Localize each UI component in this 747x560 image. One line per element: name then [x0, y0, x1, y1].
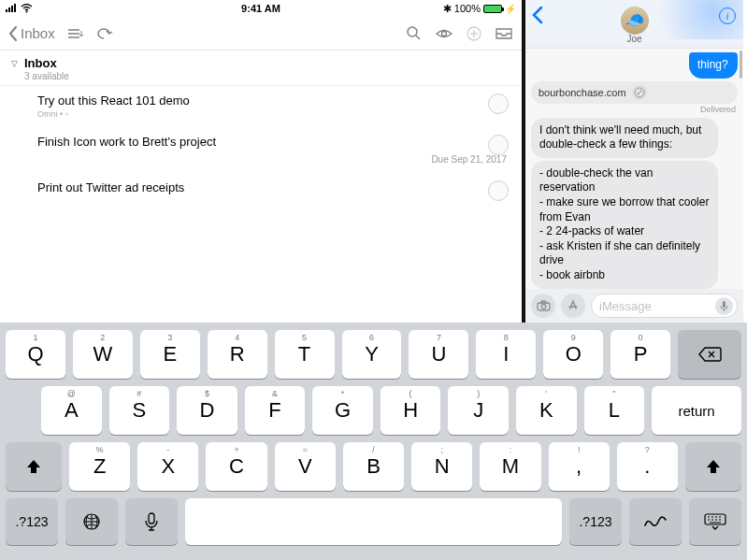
status-right: ✱ 100% ⚡ — [346, 3, 516, 15]
key-n[interactable]: ;N — [411, 442, 472, 491]
key-shift[interactable] — [6, 442, 62, 491]
camera-icon[interactable] — [531, 294, 555, 318]
key-z[interactable]: %Z — [69, 442, 130, 491]
key-backspace[interactable] — [678, 330, 741, 379]
inbox-tray-icon[interactable] — [494, 23, 514, 44]
inbox-section-header[interactable]: ▽ Inbox 3 available — [0, 50, 522, 86]
key-g[interactable]: *G — [312, 386, 373, 435]
key-d[interactable]: $D — [177, 386, 237, 435]
svg-point-6 — [442, 31, 447, 36]
shift-icon — [704, 457, 723, 476]
key-q[interactable]: 1Q — [6, 330, 65, 379]
outgoing-bubble[interactable]: thing? — [689, 52, 738, 79]
key-k[interactable]: 'K — [516, 386, 577, 435]
backspace-icon — [697, 346, 722, 363]
delivered-label: Delivered — [531, 105, 736, 114]
key-s[interactable]: #S — [109, 386, 170, 435]
status-left — [6, 4, 176, 13]
key-w[interactable]: 2W — [73, 330, 133, 379]
messages-header: 🧢 Joe i — [525, 0, 743, 49]
key-x[interactable]: -X — [137, 442, 198, 491]
key-dismiss-keyboard[interactable] — [689, 498, 741, 545]
handwriting-icon — [642, 512, 668, 531]
key-o[interactable]: 9O — [543, 330, 603, 379]
key-comma[interactable]: !, — [549, 442, 610, 491]
key-shift[interactable] — [685, 442, 741, 491]
message-input-bar: iMessage — [525, 289, 743, 323]
key-a[interactable]: @A — [41, 386, 102, 435]
task-checkbox[interactable] — [488, 180, 509, 201]
message-input[interactable]: iMessage — [591, 294, 738, 318]
key-i[interactable]: 8I — [476, 330, 536, 379]
key-h[interactable]: (H — [381, 386, 441, 435]
key-globe[interactable] — [65, 498, 118, 545]
eye-icon[interactable] — [434, 23, 454, 44]
task-item[interactable]: Print out Twitter ad receipts — [0, 173, 522, 203]
search-icon[interactable] — [404, 23, 424, 44]
key-row: %Z -X +C =V /B ;N :M !, ?. — [6, 442, 741, 491]
svg-rect-14 — [149, 513, 154, 524]
key-l[interactable]: "L — [584, 386, 645, 435]
tasks-pane: 9:41 AM ✱ 100% ⚡ Inbox — [0, 0, 525, 323]
back-button[interactable]: Inbox — [7, 25, 55, 42]
key-b[interactable]: /B — [343, 442, 404, 491]
add-icon[interactable] — [464, 23, 484, 44]
key-r[interactable]: 4R — [208, 330, 267, 379]
key-numbers[interactable]: .?123 — [569, 498, 622, 545]
svg-rect-1 — [8, 7, 10, 12]
messages-pane: 🧢 Joe i thing? bourbonchase.com Delivere… — [525, 0, 743, 323]
key-period[interactable]: ?. — [617, 442, 678, 491]
scroll-indicator — [740, 50, 742, 79]
key-dictation[interactable] — [125, 498, 178, 545]
tasks-list: Try out this React 101 demo Omni • ▫ Fin… — [0, 86, 522, 323]
key-p[interactable]: 0P — [611, 330, 670, 379]
key-handwriting[interactable] — [629, 498, 682, 545]
svg-point-4 — [26, 11, 28, 13]
svg-point-5 — [408, 27, 417, 36]
key-space[interactable] — [185, 498, 562, 545]
key-y[interactable]: 6Y — [342, 330, 402, 379]
chevron-left-icon — [7, 25, 19, 42]
tasks-toolbar: Inbox — [0, 17, 522, 50]
task-item[interactable]: Finish Icon work to Brett's project Due … — [0, 127, 522, 173]
safari-icon — [632, 85, 647, 100]
key-j[interactable]: )J — [448, 386, 509, 435]
key-t[interactable]: 5T — [275, 330, 335, 379]
key-e[interactable]: 3E — [140, 330, 200, 379]
svg-rect-0 — [6, 9, 7, 12]
shift-icon — [24, 457, 43, 476]
svg-point-10 — [541, 305, 546, 309]
undo-icon[interactable] — [94, 23, 115, 44]
keyboard: 1Q 2W 3E 4R 5T 6Y 7U 8I 9O 0P @A #S $D &… — [0, 323, 747, 560]
contact-name: Joe — [626, 34, 641, 44]
keyboard-dismiss-icon — [703, 512, 727, 531]
messages-scroll[interactable]: thing? bourbonchase.com Delivered I don'… — [525, 49, 743, 289]
task-item[interactable]: Try out this React 101 demo Omni • ▫ — [0, 86, 522, 127]
task-checkbox[interactable] — [488, 93, 509, 114]
wifi-icon — [21, 4, 33, 13]
appstore-icon[interactable] — [561, 294, 585, 318]
signal-icon — [6, 4, 19, 13]
key-u[interactable]: 7U — [409, 330, 468, 379]
key-m[interactable]: :M — [480, 442, 540, 491]
incoming-bubble[interactable]: - double-check the van reservation - mak… — [531, 161, 718, 289]
key-numbers[interactable]: .?123 — [6, 498, 58, 545]
key-row: .?123 .?123 — [6, 498, 741, 545]
status-bar: 9:41 AM ✱ 100% ⚡ — [0, 0, 522, 17]
key-c[interactable]: +C — [206, 442, 266, 491]
info-icon[interactable]: i — [719, 7, 736, 24]
messages-back-button[interactable] — [531, 6, 544, 24]
dictation-icon[interactable] — [715, 297, 733, 315]
svg-rect-3 — [14, 4, 16, 12]
task-checkbox[interactable] — [488, 135, 509, 155]
key-v[interactable]: =V — [275, 442, 336, 491]
sort-icon[interactable] — [65, 23, 85, 44]
svg-rect-12 — [723, 301, 725, 308]
rich-link-bubble[interactable]: bourbonchase.com — [531, 81, 738, 104]
incoming-bubble[interactable]: I don't think we'll need much, but doubl… — [531, 118, 718, 158]
key-f[interactable]: &F — [245, 386, 306, 435]
key-row: 1Q 2W 3E 4R 5T 6Y 7U 8I 9O 0P — [6, 330, 741, 379]
key-return[interactable]: return — [652, 386, 741, 435]
chevron-down-icon: ▽ — [11, 59, 18, 68]
svg-rect-2 — [11, 6, 13, 12]
